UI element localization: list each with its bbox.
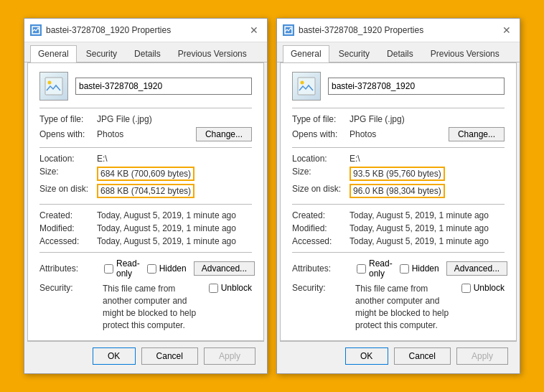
divider-3 — [292, 204, 505, 205]
created-row: Created: Today, August 5, 2019, 1 minute… — [292, 210, 505, 220]
created-row: Created: Today, August 5, 2019, 1 minute… — [39, 210, 252, 220]
attributes-row: Attributes: Read-only Hidden Advanced... — [292, 258, 505, 279]
file-header — [39, 72, 252, 101]
svg-point-2 — [48, 81, 52, 85]
size-on-disk-label: Size on disk: — [39, 184, 97, 194]
type-of-file-label: Type of file: — [39, 114, 97, 124]
tab-general[interactable]: General — [30, 45, 77, 62]
title-text: bastei-3728708_1920 Properties — [299, 25, 423, 35]
location-value: E:\ — [350, 154, 360, 164]
created-label: Created: — [292, 210, 350, 220]
file-icon — [39, 72, 68, 101]
created-label: Created: — [39, 210, 97, 220]
tab-security[interactable]: Security — [331, 45, 377, 62]
svg-point-5 — [301, 81, 304, 85]
tab-details[interactable]: Details — [379, 45, 421, 62]
file-header — [292, 72, 505, 101]
svg-rect-4 — [298, 78, 315, 95]
close-button[interactable]: ✕ — [247, 23, 261, 37]
apply-button[interactable]: Apply — [204, 347, 255, 365]
type-of-file-value: JPG File (.jpg) — [97, 114, 152, 124]
readonly-checkbox[interactable] — [357, 264, 366, 274]
accessed-label: Accessed: — [39, 236, 97, 246]
divider-4 — [39, 252, 252, 253]
hidden-checkbox-label[interactable]: Hidden — [147, 263, 187, 274]
svg-rect-1 — [45, 78, 62, 95]
location-row: Location: E:\ — [39, 154, 252, 164]
modified-row: Modified: Today, August 5, 2019, 1 minut… — [292, 223, 505, 233]
close-button[interactable]: ✕ — [500, 23, 514, 37]
size-on-disk-row: Size on disk: 688 KB (704,512 bytes) — [39, 184, 252, 198]
tab-previous-versions[interactable]: Previous Versions — [423, 45, 507, 62]
modified-label: Modified: — [292, 223, 350, 233]
readonly-checkbox-label[interactable]: Read-only — [104, 258, 140, 279]
cancel-button[interactable]: Cancel — [141, 347, 198, 365]
security-text: This file came from another computer and… — [103, 283, 203, 331]
security-label: Security: — [292, 283, 350, 293]
hidden-checkbox[interactable] — [400, 264, 409, 274]
created-value: Today, August 5, 2019, 1 minute ago — [350, 210, 489, 220]
change-button[interactable]: Change... — [449, 127, 505, 141]
hidden-checkbox-label[interactable]: Hidden — [400, 263, 439, 274]
size-label: Size: — [292, 167, 350, 177]
size-on-disk-row: Size on disk: 96.0 KB (98,304 bytes) — [292, 184, 505, 198]
modified-value: Today, August 5, 2019, 1 minute ago — [350, 223, 489, 233]
title-bar-left: bastei-3728708_1920 Properties — [283, 24, 423, 36]
size-value: 684 KB (700,609 bytes) — [97, 167, 194, 181]
dialog-right: bastei-3728708_1920 Properties ✕ General… — [276, 18, 520, 373]
attributes-label: Attributes: — [292, 263, 350, 274]
unblock-checkbox-label[interactable]: Unblock — [209, 283, 252, 293]
security-text: This file came from another computer and… — [355, 283, 456, 331]
accessed-label: Accessed: — [292, 236, 350, 246]
tab-details[interactable]: Details — [126, 45, 169, 62]
divider-1 — [39, 108, 252, 108]
dialogs-container: bastei-3728708_1920 Properties ✕ General… — [9, 4, 535, 388]
size-row: Size: 684 KB (700,609 bytes) — [39, 167, 252, 181]
title-bar: bastei-3728708_1920 Properties ✕ — [24, 19, 267, 42]
security-label: Security: — [39, 283, 97, 293]
type-of-file-row: Type of file: JPG File (.jpg) — [292, 114, 505, 124]
advanced-button[interactable]: Advanced... — [446, 261, 507, 276]
change-button[interactable]: Change... — [196, 127, 252, 141]
ok-button[interactable]: OK — [345, 347, 388, 365]
divider-4 — [292, 252, 505, 253]
attributes-row: Attributes: Read-only Hidden Advanced... — [39, 258, 252, 279]
divider-1 — [292, 108, 505, 108]
opens-with-label: Opens with: — [39, 129, 97, 139]
content-area: Type of file: JPG File (.jpg) Opens with… — [280, 62, 517, 340]
file-name-input[interactable] — [328, 78, 505, 95]
footer: OK Cancel Apply — [27, 341, 264, 370]
unblock-checkbox[interactable] — [209, 284, 218, 293]
divider-2 — [39, 147, 252, 148]
modified-label: Modified: — [39, 223, 97, 233]
unblock-checkbox-label[interactable]: Unblock — [461, 283, 505, 293]
accessed-row: Accessed: Today, August 5, 2019, 1 minut… — [39, 236, 252, 246]
file-icon — [292, 72, 321, 101]
location-value: E:\ — [97, 154, 108, 164]
size-on-disk-label: Size on disk: — [292, 184, 350, 194]
hidden-checkbox[interactable] — [147, 264, 156, 274]
accessed-value: Today, August 5, 2019, 1 minute ago — [350, 236, 489, 246]
readonly-checkbox[interactable] — [104, 264, 113, 274]
apply-button[interactable]: Apply — [456, 347, 508, 365]
location-label: Location: — [39, 154, 97, 164]
tab-previous-versions[interactable]: Previous Versions — [170, 45, 255, 62]
size-value: 93.5 KB (95,760 bytes) — [350, 167, 445, 181]
title-bar: bastei-3728708_1920 Properties ✕ — [277, 19, 520, 42]
accessed-row: Accessed: Today, August 5, 2019, 1 minut… — [292, 236, 505, 246]
ok-button[interactable]: OK — [93, 347, 136, 365]
opens-with-value: Photos — [97, 129, 123, 139]
unblock-checkbox[interactable] — [461, 284, 471, 293]
type-of-file-row: Type of file: JPG File (.jpg) — [39, 114, 252, 124]
type-of-file-label: Type of file: — [292, 114, 350, 124]
cancel-button[interactable]: Cancel — [394, 347, 451, 365]
advanced-button[interactable]: Advanced... — [194, 261, 255, 276]
readonly-checkbox-label[interactable]: Read-only — [357, 258, 393, 279]
security-row: Security: This file came from another co… — [39, 283, 252, 331]
tab-general[interactable]: General — [283, 45, 329, 62]
tab-security[interactable]: Security — [78, 45, 125, 62]
modified-row: Modified: Today, August 5, 2019, 1 minut… — [39, 223, 252, 233]
divider-2 — [292, 147, 505, 148]
opens-with-row: Opens with: Photos Change... — [292, 127, 505, 141]
file-name-input[interactable] — [75, 78, 252, 95]
